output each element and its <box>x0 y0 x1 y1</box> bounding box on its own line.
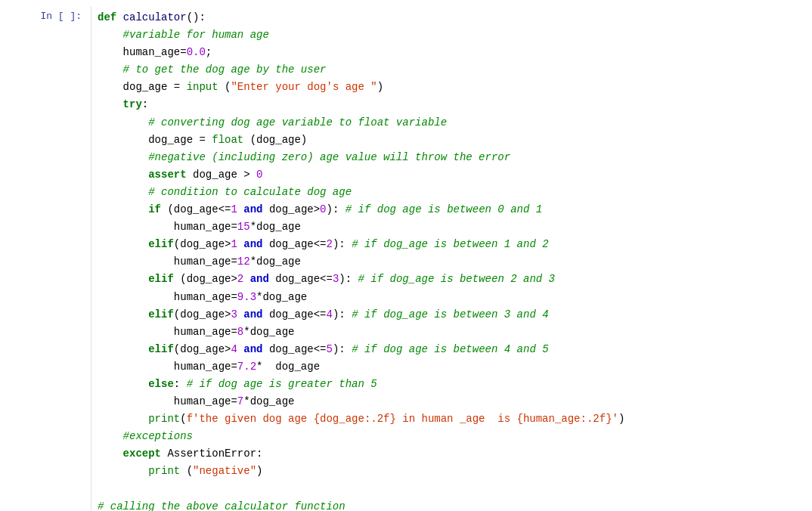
notebook-cell: In [ ]: def calculator(): #variable for … <box>0 0 812 511</box>
cell-content[interactable]: def calculator(): #variable for human ag… <box>91 6 812 511</box>
cell-label: In [ ]: <box>0 6 91 511</box>
code-block: def calculator(): #variable for human ag… <box>98 9 806 511</box>
